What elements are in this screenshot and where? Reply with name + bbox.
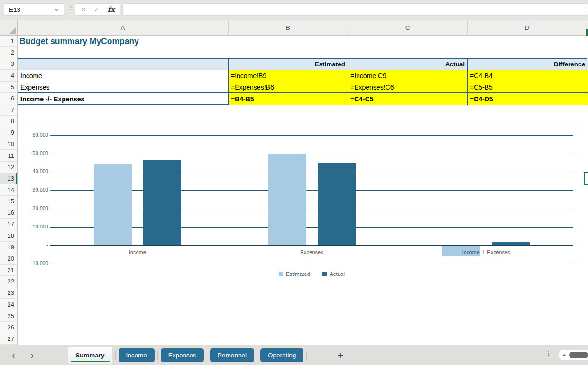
row-header-16[interactable]: 16 bbox=[0, 207, 17, 219]
tab-separator bbox=[157, 351, 158, 360]
chevron-down-icon[interactable]: ⌄ bbox=[54, 5, 59, 12]
bar-actual-1[interactable] bbox=[143, 160, 181, 245]
select-all-icon bbox=[9, 27, 16, 34]
cell-B3[interactable]: Estimated bbox=[229, 59, 348, 70]
column-header-B[interactable]: B bbox=[229, 20, 348, 35]
excel-window: E13 ⌄ ⋮ ✕ ✓ fx ABCD 12345678910111213141… bbox=[0, 0, 588, 365]
tab-separator bbox=[306, 351, 307, 360]
hscroll-thumb[interactable] bbox=[569, 352, 588, 358]
insert-function-icon[interactable]: fx bbox=[108, 5, 115, 14]
cell-A5[interactable]: Expenses bbox=[18, 82, 229, 93]
add-sheet-button[interactable]: + bbox=[333, 345, 348, 365]
row-header-7[interactable]: 7 bbox=[0, 104, 17, 116]
formula-button-group: ✕ ✓ fx bbox=[75, 3, 120, 16]
cell-D3[interactable]: Difference bbox=[468, 59, 588, 70]
chart-gridline bbox=[50, 154, 573, 154]
legend-item-actual: Actual bbox=[322, 271, 345, 277]
sheet-menu-icon[interactable]: ⋮ bbox=[545, 352, 551, 355]
row-header-27[interactable]: 27 bbox=[0, 333, 17, 345]
cell-B6[interactable]: =B4-B5 bbox=[229, 93, 348, 105]
sheet-tab-summary[interactable]: Summary bbox=[68, 347, 112, 364]
budget-summary-table: EstimatedActualDifferenceIncome=Income!B… bbox=[18, 58, 587, 105]
cell-C4[interactable]: =Income!C9 bbox=[348, 70, 468, 82]
tab-scroll-left-icon[interactable]: ‹ bbox=[8, 345, 19, 365]
budget-chart[interactable]: 60.00050.00040.00030.00020.00010.000--10… bbox=[18, 125, 581, 290]
row-header-25[interactable]: 25 bbox=[0, 310, 17, 322]
row-header-11[interactable]: 11 bbox=[0, 150, 17, 162]
row-header-13[interactable]: 13 bbox=[0, 173, 17, 184]
row-header-9[interactable]: 9 bbox=[0, 127, 17, 138]
row-header-14[interactable]: 14 bbox=[0, 184, 17, 196]
selected-cell-e13[interactable] bbox=[584, 172, 588, 185]
cell-D6[interactable]: =D4-D5 bbox=[468, 93, 588, 105]
row-header-10[interactable]: 10 bbox=[0, 138, 17, 150]
formula-options-icon[interactable]: ⋮ bbox=[68, 6, 74, 9]
legend-label: Estimated bbox=[286, 271, 310, 277]
cell-D4[interactable]: =C4-B4 bbox=[468, 70, 588, 82]
cell-C6[interactable]: =C4-C5 bbox=[348, 93, 468, 105]
cell-A3[interactable] bbox=[18, 59, 229, 70]
row-header-20[interactable]: 20 bbox=[0, 253, 17, 265]
row-header-17[interactable]: 17 bbox=[0, 219, 17, 230]
formula-bar-input[interactable] bbox=[122, 3, 588, 16]
chart-ytick-label: 20.000 bbox=[20, 205, 48, 211]
hscroll-left-icon[interactable]: ◄ bbox=[562, 353, 566, 357]
name-box[interactable]: E13 ⌄ bbox=[4, 3, 64, 16]
sheet-tab-personnel[interactable]: Personnel bbox=[210, 348, 254, 362]
selected-column-header-sliver bbox=[586, 29, 588, 36]
row-header-1[interactable]: 1 bbox=[0, 36, 17, 47]
row-header-23[interactable]: 23 bbox=[0, 287, 17, 299]
sheet-tab-income[interactable]: Income bbox=[119, 348, 155, 362]
bar-estimated-1[interactable] bbox=[94, 164, 132, 245]
tab-separator bbox=[207, 351, 207, 360]
row-header-4[interactable]: 4 bbox=[0, 70, 17, 81]
bar-estimated-2[interactable] bbox=[268, 154, 306, 246]
row-header-24[interactable]: 24 bbox=[0, 299, 17, 310]
formula-toolbar: E13 ⌄ ⋮ ✕ ✓ fx bbox=[0, 0, 588, 20]
sheet-tab-label: Operating bbox=[268, 352, 296, 359]
sheet-tab-operating[interactable]: Operating bbox=[260, 348, 303, 362]
sheet-area[interactable]: Budget summary MyCompany EstimatedActual… bbox=[18, 36, 588, 345]
row-header-2[interactable]: 2 bbox=[0, 47, 17, 58]
row-header-8[interactable]: 8 bbox=[0, 116, 17, 127]
column-header-A[interactable]: A bbox=[18, 20, 229, 35]
chart-ytick-label: 50.000 bbox=[20, 150, 48, 156]
chart-ytick-label: -10.000 bbox=[20, 260, 48, 266]
row-header-21[interactable]: 21 bbox=[0, 265, 17, 276]
row-header-18[interactable]: 18 bbox=[0, 230, 17, 242]
cell-B4[interactable]: =Income!B9 bbox=[229, 70, 348, 82]
sheet-tab-expenses[interactable]: Expenses bbox=[161, 348, 204, 362]
cancel-icon[interactable]: ✕ bbox=[81, 6, 86, 13]
row-header-26[interactable]: 26 bbox=[0, 322, 17, 333]
cell-C3[interactable]: Actual bbox=[348, 59, 468, 70]
row-header-6[interactable]: 6 bbox=[0, 93, 17, 104]
horizontal-scrollbar[interactable]: ◄ bbox=[559, 350, 588, 360]
accept-icon[interactable]: ✓ bbox=[94, 6, 100, 13]
select-all-button[interactable] bbox=[0, 20, 18, 35]
row-header-19[interactable]: 19 bbox=[0, 242, 17, 253]
name-box-value: E13 bbox=[9, 6, 20, 13]
row-header-12[interactable]: 12 bbox=[0, 162, 17, 173]
row-header-22[interactable]: 22 bbox=[0, 276, 17, 287]
row-header-column: 1234567891011121314151617181920212223242… bbox=[0, 36, 18, 345]
chart-legend: EstimatedActual bbox=[50, 271, 573, 277]
bar-actual-2[interactable] bbox=[318, 163, 356, 245]
chart-category-label: Income bbox=[85, 249, 190, 255]
cell-A4[interactable]: Income bbox=[18, 70, 229, 82]
row-header-15[interactable]: 15 bbox=[0, 196, 17, 207]
cell-C5[interactable]: =Expenses!C6 bbox=[348, 82, 468, 93]
chart-ytick-label: 60.000 bbox=[20, 132, 48, 137]
cell-D5[interactable]: =C5-B5 bbox=[468, 82, 588, 93]
chart-category-label: Income -/- Expenses bbox=[434, 249, 538, 255]
cell-B5[interactable]: =Expenses!B6 bbox=[229, 82, 348, 93]
cell-A6[interactable]: Income -/- Expenses bbox=[18, 93, 229, 105]
tab-separator bbox=[115, 351, 116, 360]
row-header-3[interactable]: 3 bbox=[0, 58, 17, 70]
tab-scroll-right-icon[interactable]: › bbox=[27, 345, 38, 365]
column-header-C[interactable]: C bbox=[348, 20, 468, 35]
row-header-5[interactable]: 5 bbox=[0, 82, 17, 93]
tab-separator bbox=[257, 351, 257, 360]
chart-ytick-label: - bbox=[20, 242, 48, 247]
column-header-D[interactable]: D bbox=[468, 20, 587, 35]
legend-label: Actual bbox=[330, 271, 345, 277]
